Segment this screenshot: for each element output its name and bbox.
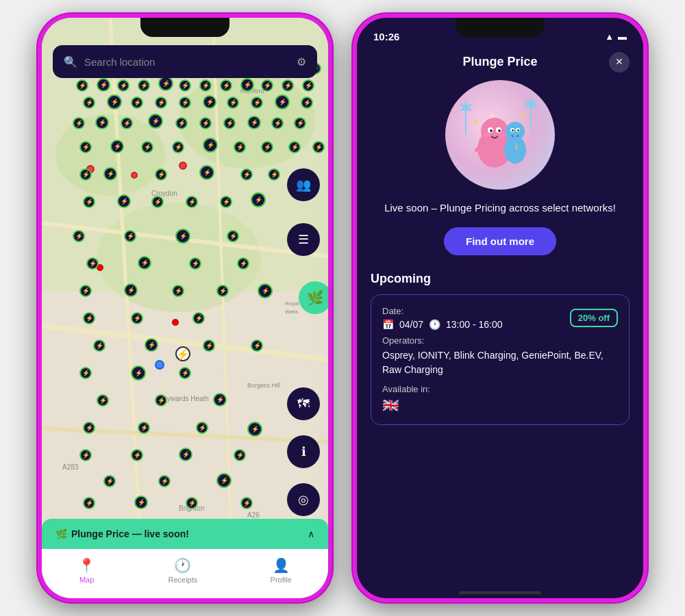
map-marker[interactable]: ⚡ — [83, 312, 95, 324]
map-marker[interactable]: ⚡ — [258, 283, 273, 298]
map-marker[interactable]: ⚡ — [172, 141, 184, 153]
map-marker[interactable]: ⚡ — [192, 312, 205, 324]
map-marker[interactable]: ⚡ — [151, 196, 164, 208]
map-marker[interactable]: ⚡ — [302, 79, 314, 92]
map-marker[interactable]: ⚡ — [189, 257, 201, 270]
map-marker-red[interactable] — [172, 319, 179, 326]
map-marker[interactable]: ⚡ — [186, 497, 198, 509]
map-marker[interactable]: ⚡ — [76, 79, 88, 92]
map-marker[interactable]: ⚡ — [203, 95, 216, 109]
map-marker[interactable]: ⚡ — [196, 422, 208, 434]
map-marker[interactable]: ⚡ — [131, 312, 143, 324]
map-marker[interactable]: ⚡ — [134, 496, 148, 509]
map-marker[interactable]: ⚡ — [124, 230, 136, 242]
map-marker[interactable]: ⚡ — [251, 97, 263, 109]
map-marker[interactable]: ⚡ — [107, 94, 122, 110]
map-marker[interactable]: ⚡ — [203, 339, 215, 352]
tab-map[interactable]: 📍 Map — [78, 557, 95, 584]
map-marker[interactable]: ⚡ — [79, 168, 92, 181]
plunge-price-map-btn[interactable]: 🌿 — [299, 281, 328, 314]
map-marker[interactable]: ⚡ — [199, 79, 212, 92]
location-btn[interactable]: ◎ — [287, 483, 320, 516]
map-marker[interactable]: ⚡ — [282, 79, 294, 92]
map-marker[interactable]: ⚡ — [103, 475, 116, 487]
map-marker[interactable]: ⚡ — [138, 79, 150, 92]
map-marker[interactable]: ⚡ — [240, 497, 253, 509]
map-marker[interactable]: ⚡ — [261, 79, 273, 92]
map-marker[interactable]: ⚡ — [234, 449, 246, 461]
map-marker[interactable]: ⚡ — [155, 97, 167, 109]
map-marker[interactable]: ⚡ — [103, 167, 117, 181]
map-marker[interactable]: ⚡ — [138, 422, 150, 434]
map-marker[interactable]: ⚡ — [268, 168, 280, 181]
map-marker[interactable]: ⚡ — [117, 79, 129, 92]
map-toggle-btn[interactable]: 🗺 — [287, 387, 320, 420]
map-marker[interactable]: ⚡ — [117, 194, 131, 208]
map-marker[interactable]: ⚡ — [172, 285, 184, 297]
map-marker[interactable]: ⚡ — [175, 229, 190, 244]
map-marker[interactable]: ⚡ — [294, 117, 306, 129]
map-marker[interactable]: ⚡ — [237, 257, 249, 270]
search-input[interactable]: Search location — [84, 56, 155, 68]
map-marker[interactable]: ⚡ — [179, 367, 191, 379]
map-marker[interactable]: ⚡ — [73, 117, 85, 129]
map-marker[interactable]: ⚡ — [275, 94, 290, 110]
map-marker[interactable]: ⚡ — [213, 393, 227, 407]
map-marker[interactable]: ⚡ — [199, 117, 212, 129]
map-marker[interactable]: ⚡ — [95, 116, 109, 129]
map-marker[interactable]: ⚡ — [261, 141, 273, 153]
map-marker[interactable]: ⚡ — [240, 78, 254, 92]
map-marker[interactable]: ⚡ — [288, 141, 301, 153]
map-marker[interactable]: ⚡ — [216, 285, 229, 297]
map-marker-white[interactable]: ⚡ — [175, 346, 190, 361]
map-marker[interactable]: ⚡ — [97, 78, 110, 92]
map-marker[interactable]: ⚡ — [131, 449, 143, 461]
map-marker[interactable]: ⚡ — [179, 97, 191, 109]
map-marker[interactable]: ⚡ — [186, 196, 198, 208]
map-marker[interactable]: ⚡ — [83, 97, 95, 109]
map-marker[interactable]: ⚡ — [155, 168, 167, 181]
info-btn[interactable]: ℹ — [287, 435, 320, 468]
map-marker[interactable]: ⚡ — [155, 394, 167, 407]
list-view-btn[interactable]: ☰ — [287, 223, 320, 256]
map-marker[interactable]: ⚡ — [158, 475, 171, 487]
user-settings-btn[interactable]: 👥 — [287, 168, 320, 201]
map-marker[interactable]: ⚡ — [158, 76, 173, 91]
map-marker[interactable]: ⚡ — [227, 97, 239, 109]
map-marker[interactable]: ⚡ — [251, 192, 266, 207]
map-marker[interactable]: ⚡ — [247, 422, 262, 437]
find-out-more-button[interactable]: Find out more — [444, 227, 556, 255]
map-marker[interactable]: ⚡ — [148, 114, 163, 129]
map-marker-orange[interactable] — [179, 162, 187, 170]
map-marker[interactable]: ⚡ — [73, 230, 85, 242]
map-marker[interactable]: ⚡ — [251, 339, 263, 352]
map-marker[interactable]: ⚡ — [220, 79, 232, 92]
map-marker[interactable]: ⚡ — [121, 117, 133, 129]
map-marker[interactable]: ⚡ — [199, 165, 214, 180]
map-marker[interactable]: ⚡ — [223, 117, 236, 129]
map-marker[interactable]: ⚡ — [301, 97, 313, 109]
map-marker[interactable]: ⚡ — [110, 140, 124, 153]
map-marker[interactable]: ⚡ — [240, 168, 253, 181]
map-marker[interactable]: ⚡ — [141, 141, 153, 153]
map-marker[interactable]: ⚡ — [131, 365, 146, 381]
map-marker[interactable]: ⚡ — [179, 79, 191, 92]
map-marker[interactable]: ⚡ — [79, 141, 92, 153]
map-marker[interactable]: ⚡ — [203, 138, 218, 153]
map-marker[interactable]: ⚡ — [93, 339, 105, 352]
map-marker[interactable]: ⚡ — [179, 448, 192, 461]
filter-icon[interactable]: ⚙ — [297, 55, 306, 68]
search-bar[interactable]: 🔍 Search location ⚙ — [53, 45, 317, 78]
map-marker[interactable]: ⚡ — [79, 285, 92, 297]
map-marker-orange[interactable] — [131, 172, 138, 179]
map-marker[interactable]: ⚡ — [175, 117, 188, 129]
map-marker[interactable]: ⚡ — [131, 97, 143, 109]
map-marker[interactable]: ⚡ — [124, 283, 138, 297]
map-marker[interactable]: ⚡ — [86, 257, 99, 270]
map-marker[interactable]: ⚡ — [312, 141, 325, 153]
map-marker[interactable]: ⚡ — [138, 256, 151, 270]
tab-receipts[interactable]: 🕐 Receipts — [168, 557, 197, 584]
tab-profile[interactable]: 👤 Profile — [271, 557, 292, 584]
map-marker[interactable]: ⚡ — [79, 367, 92, 379]
map-marker[interactable]: ⚡ — [220, 196, 232, 208]
